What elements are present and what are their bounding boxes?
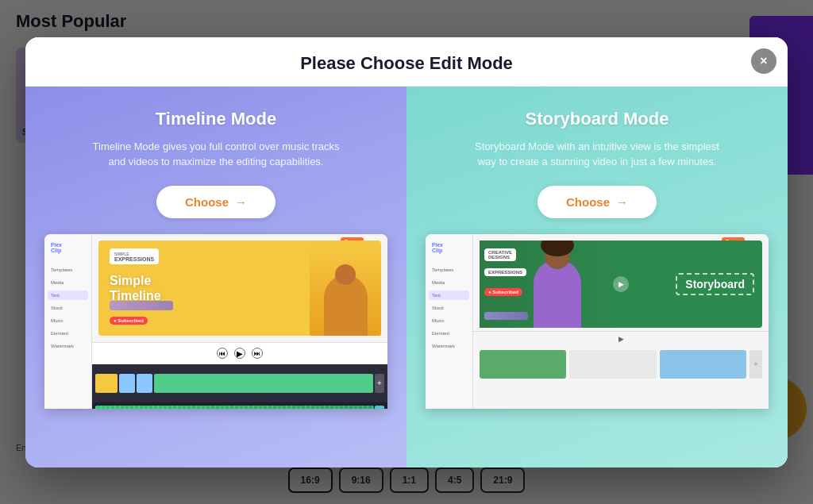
storyboard-playbar: ▶ bbox=[473, 331, 769, 347]
storyboard-text-label: Storyboard bbox=[676, 273, 754, 295]
mockup-nav-text-r: Text bbox=[429, 290, 469, 300]
person-head-shape bbox=[335, 264, 356, 285]
thumb-3 bbox=[660, 350, 746, 379]
timeline-description: Timeline Mode gives you full control ove… bbox=[89, 139, 343, 170]
timeline-title: Timeline Mode bbox=[156, 109, 276, 129]
storyboard-mockup: FlexClip Templates Media Text Stock Musi… bbox=[426, 234, 769, 409]
mockup-nav-templates: Templates bbox=[48, 265, 88, 275]
modal-body: Timeline Mode Timeline Mode gives you fu… bbox=[25, 87, 788, 467]
video-play-overlay: ▶ bbox=[613, 276, 629, 292]
mockup-sidebar-left: FlexClip Templates Media Text Stock Musi… bbox=[44, 234, 92, 409]
audio-track bbox=[92, 402, 387, 409]
mockup-logo: FlexClip bbox=[48, 240, 88, 256]
expressions-badge-sb2: EXPRESSIONS bbox=[484, 268, 526, 276]
thumb-2 bbox=[569, 350, 656, 379]
play-icon: ▶ bbox=[234, 348, 245, 359]
timeline-panel: Timeline Mode Timeline Mode gives you fu… bbox=[25, 87, 406, 467]
modal-title: Please Choose Edit Mode bbox=[300, 53, 513, 73]
play-btn-sb: ▶ bbox=[618, 335, 624, 343]
mockup-logo-right: FlexClip bbox=[429, 240, 469, 256]
timeline-simple-label: SimpleTimeline bbox=[110, 272, 161, 302]
timeline-preview: FlexClip Templates Media Text Stock Musi… bbox=[44, 234, 387, 467]
timeline-mockup: FlexClip Templates Media Text Stock Musi… bbox=[44, 234, 387, 409]
timeline-choose-button[interactable]: Choose → bbox=[156, 186, 275, 218]
storyboard-arrow-icon: → bbox=[616, 195, 628, 209]
mockup-nav-media: Media bbox=[48, 278, 88, 287]
mockup-nav-stock: Stock bbox=[48, 303, 88, 313]
mockup-nav-music-r: Music bbox=[429, 316, 469, 325]
mockup-nav-element-r: Element bbox=[429, 329, 469, 338]
timeline-arrow-icon: → bbox=[235, 195, 247, 209]
subscribed-badge-sb: ● Subscribed bbox=[484, 288, 522, 296]
storyboard-choose-label: Choose bbox=[566, 195, 610, 209]
person-body bbox=[324, 275, 368, 336]
expressions-badge-sb: CREATIVEDESIGNS bbox=[484, 248, 516, 261]
storyboard-panel: Storyboard Mode Storyboard Mode with an … bbox=[406, 87, 788, 467]
thumb-add: + bbox=[749, 350, 762, 379]
audio-wave-sb bbox=[484, 312, 528, 320]
storyboard-preview: FlexClip Templates Media Text Stock Musi… bbox=[426, 234, 769, 467]
next-icon: ⏭ bbox=[252, 348, 263, 359]
mockup-nav-element: Element bbox=[48, 329, 88, 338]
modal-header: Please Choose Edit Mode bbox=[25, 37, 788, 87]
prev-icon: ⏮ bbox=[217, 348, 228, 359]
track-thumbnail-row: + bbox=[95, 374, 384, 393]
timeline-tracks: + bbox=[92, 364, 387, 402]
close-icon: × bbox=[760, 54, 767, 68]
timeline-person-area bbox=[310, 244, 381, 336]
modal-close-button[interactable]: × bbox=[751, 48, 776, 74]
mockup-nav-text: Text bbox=[48, 290, 88, 300]
timeline-video-area: SimpleTimeline SIMP bbox=[98, 240, 381, 336]
timeline-mockup-main: Export SimpleTimeline bbox=[92, 234, 387, 409]
audio-wave bbox=[110, 301, 173, 310]
mockup-sidebar-right: FlexClip Templates Media Text Stock Musi… bbox=[426, 234, 473, 409]
mockup-nav-stock-r: Stock bbox=[429, 303, 469, 313]
mockup-nav-templates-r: Templates bbox=[429, 265, 469, 275]
person-body-sb bbox=[534, 260, 581, 328]
storyboard-mockup-main: Export bbox=[473, 234, 769, 409]
storyboard-title: Storyboard Mode bbox=[526, 109, 669, 129]
mockup-nav-watermark-r: Watermark bbox=[429, 341, 469, 351]
storyboard-description: Storyboard Mode with an intuitive view i… bbox=[470, 139, 724, 170]
storyboard-thumbnails: + bbox=[473, 347, 769, 382]
expressions-badge: SIMPLEEXPRESSIONS bbox=[110, 248, 159, 264]
modal-overlay: Please Choose Edit Mode × Timeline Mode … bbox=[0, 0, 813, 504]
mockup-nav-media-r: Media bbox=[429, 278, 469, 287]
storyboard-choose-button[interactable]: Choose → bbox=[538, 186, 657, 218]
mockup-nav-music: Music bbox=[48, 316, 88, 325]
storyboard-video-area: Storyboard ▶ CREATIVEDESIGNS EXPRESSIONS… bbox=[480, 240, 762, 328]
timeline-choose-label: Choose bbox=[185, 195, 229, 209]
edit-mode-modal: Please Choose Edit Mode × Timeline Mode … bbox=[25, 37, 788, 467]
mockup-nav-watermark: Watermark bbox=[48, 341, 88, 351]
timeline-toolbar: ⏮ ▶ ⏭ bbox=[92, 342, 387, 364]
subscribed-badge: ● Subscribed bbox=[110, 317, 148, 325]
thumb-1 bbox=[480, 350, 566, 379]
